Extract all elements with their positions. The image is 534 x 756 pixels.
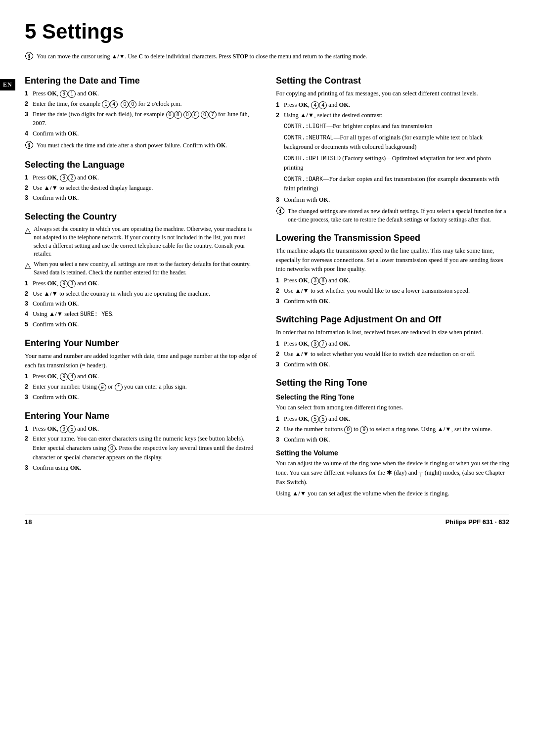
- country-warning-1: △ Always set the country in which you ar…: [25, 225, 258, 258]
- contrast-note: 🛈 The changed settings are stored as new…: [276, 207, 509, 224]
- selecting-ring-tone-intro: You can select from among ten different …: [276, 403, 509, 412]
- section-switching-page-title: Switching Page Adjustment On and Off: [276, 314, 509, 325]
- step: 3Confirm with OK.: [25, 299, 258, 309]
- page: EN 5 Settings 🛈 You can move the cursor …: [0, 0, 534, 756]
- lowering-speed-steps: 1Press OK, 38 and OK. 2Use ▲/▼ to set wh…: [276, 276, 509, 306]
- left-column: Entering the Date and Time 1Press OK, 91…: [25, 67, 258, 500]
- country-warn1-text: Always set the country in which you are …: [34, 225, 258, 258]
- setting-volume-outro: Using ▲/▼ you can set adjust the volume …: [276, 489, 509, 498]
- step: 3Confirm with OK.: [276, 435, 509, 445]
- warning-icon: △: [25, 225, 31, 235]
- note-icon-contrast: 🛈: [276, 206, 285, 217]
- step: 3Enter the date (two digits for each fie…: [25, 110, 258, 129]
- step: 3Confirm with OK.: [25, 393, 258, 402]
- step: 2Use ▲/▼ to select the desired display l…: [25, 183, 258, 193]
- step: 1Press OK, 95 and OK.: [25, 424, 258, 434]
- switching-page-steps: 1Press OK, 37 and OK. 2Use ▲/▼ to select…: [276, 339, 509, 369]
- section-lowering-speed-title: Lowering the Transmission Speed: [276, 233, 509, 243]
- country-warning-2: △ When you select a new country, all set…: [25, 260, 258, 277]
- selecting-country-steps: 1Press OK, 93 and OK. 2Use ▲/▼ to select…: [25, 279, 258, 329]
- step: 5Confirm with OK.: [25, 320, 258, 329]
- step: 3Confirm with OK.: [25, 193, 258, 203]
- switching-page-intro: In order that no information is lost, re…: [276, 328, 509, 337]
- right-column: Setting the Contrast For copying and pri…: [276, 67, 509, 500]
- step: 2Using ▲/▼, select the desired contrast:: [276, 111, 509, 120]
- section-setting-contrast-title: Setting the Contrast: [276, 76, 509, 86]
- step: 2Use the number buttons 0 to 9 to select…: [276, 425, 509, 434]
- step: 1Press OK, 38 and OK.: [276, 276, 509, 285]
- step: 1Press OK, 37 and OK.: [276, 339, 509, 349]
- step: 1Press OK, 91 and OK.: [25, 89, 258, 98]
- step: 3Confirm with OK.: [276, 297, 509, 306]
- step: 3Confirm using OK.: [25, 463, 258, 473]
- btn-1: 1: [68, 90, 76, 98]
- section-ring-tone-title: Setting the Ring Tone: [276, 378, 509, 388]
- entering-date-steps: 1Press OK, 91 and OK. 2Enter the time, f…: [25, 89, 258, 138]
- section-entering-date-title: Entering the Date and Time: [25, 76, 258, 86]
- section-selecting-country-title: Selecting the Country: [25, 212, 258, 222]
- section-entering-number-title: Entering Your Number: [25, 338, 258, 349]
- sub-selecting-ring-tone: Selecting the Ring Tone: [276, 393, 509, 401]
- step: 2Use ▲/▼ to select whether you would lik…: [276, 350, 509, 359]
- step: 2Use ▲/▼ to set whether you would like t…: [276, 286, 509, 296]
- btn-9: 9: [60, 90, 68, 98]
- step: 4Confirm with OK.: [25, 129, 258, 138]
- intro-note-text: You can move the cursor using ▲/▼. Use C…: [37, 52, 367, 61]
- setting-contrast-step3: 3Confirm with OK.: [276, 195, 509, 205]
- step: 1Press OK, 44 and OK.: [276, 100, 509, 110]
- contrast-optimised: CONTR.:OPTIMISED (Factory settings)—Opti…: [284, 154, 509, 173]
- footer-page-number: 18: [25, 518, 32, 526]
- step: 2Enter your number. Using # or * you can…: [25, 382, 258, 392]
- step: 2Use ▲/▼ to select the country in which …: [25, 289, 258, 299]
- step: 1Press OK, 94 and OK.: [25, 372, 258, 381]
- step: 1Press OK, 92 and OK.: [25, 173, 258, 182]
- setting-contrast-intro: For copying and printing of fax messages…: [276, 89, 509, 98]
- setting-contrast-steps: 1Press OK, 44 and OK. 2Using ▲/▼, select…: [276, 100, 509, 120]
- entering-name-steps: 1Press OK, 95 and OK. 2Enter your name. …: [25, 424, 258, 473]
- selecting-ring-tone-steps: 1Press OK, 55 and OK. 2Use the number bu…: [276, 414, 509, 444]
- step: 3Confirm with OK.: [276, 360, 509, 369]
- step: 4Using ▲/▼ select SURE: YES.: [25, 310, 258, 319]
- selecting-language-steps: 1Press OK, 92 and OK. 2Use ▲/▼ to select…: [25, 173, 258, 203]
- date-note: 🛈 You must check the time and date after…: [25, 141, 258, 151]
- step: 1Press OK, 55 and OK.: [276, 414, 509, 424]
- date-note-text: You must check the time and date after a…: [37, 141, 227, 150]
- footer-model-number: Philips PPF 631 · 632: [445, 518, 509, 526]
- note-icon: 🛈: [25, 140, 34, 151]
- country-warn2-text: When you select a new country, all setti…: [34, 260, 258, 277]
- entering-number-steps: 1Press OK, 94 and OK. 2Enter your number…: [25, 372, 258, 401]
- step: 3Confirm with OK.: [276, 195, 509, 205]
- section-selecting-language-title: Selecting the Language: [25, 160, 258, 170]
- sub-setting-volume: Setting the Volume: [276, 449, 509, 457]
- en-label: EN: [0, 79, 15, 90]
- intro-note: 🛈 You can move the cursor using ▲/▼. Use…: [25, 52, 509, 62]
- step: 2Enter your name. You can enter characte…: [25, 434, 258, 462]
- page-footer: 18 Philips PPF 631 · 632: [25, 515, 509, 526]
- contrast-dark: CONTR.:DARK—For darker copies and fax tr…: [284, 175, 509, 193]
- setting-volume-intro: You can adjust the volume of the ring to…: [276, 459, 509, 487]
- step: 2Enter the time, for example 14 00 for 2…: [25, 99, 258, 109]
- note-icon: 🛈: [25, 51, 34, 62]
- step: 1Press OK, 93 and OK.: [25, 279, 258, 288]
- two-column-layout: Entering the Date and Time 1Press OK, 91…: [25, 67, 509, 500]
- contrast-note-text: The changed settings are stored as new d…: [288, 207, 509, 224]
- section-entering-name-title: Entering Your Name: [25, 411, 258, 421]
- chapter-title: 5 Settings: [25, 20, 509, 44]
- lowering-speed-intro: The machine adapts the transmission spee…: [276, 246, 509, 274]
- contrast-light: CONTR.:LIGHT—For brighter copies and fax…: [284, 122, 509, 131]
- contrast-neutral: CONTR.:NEUTRAL—For all types of original…: [284, 133, 509, 152]
- warning-icon-2: △: [25, 261, 31, 270]
- entering-number-intro: Your name and number are added together …: [25, 352, 258, 370]
